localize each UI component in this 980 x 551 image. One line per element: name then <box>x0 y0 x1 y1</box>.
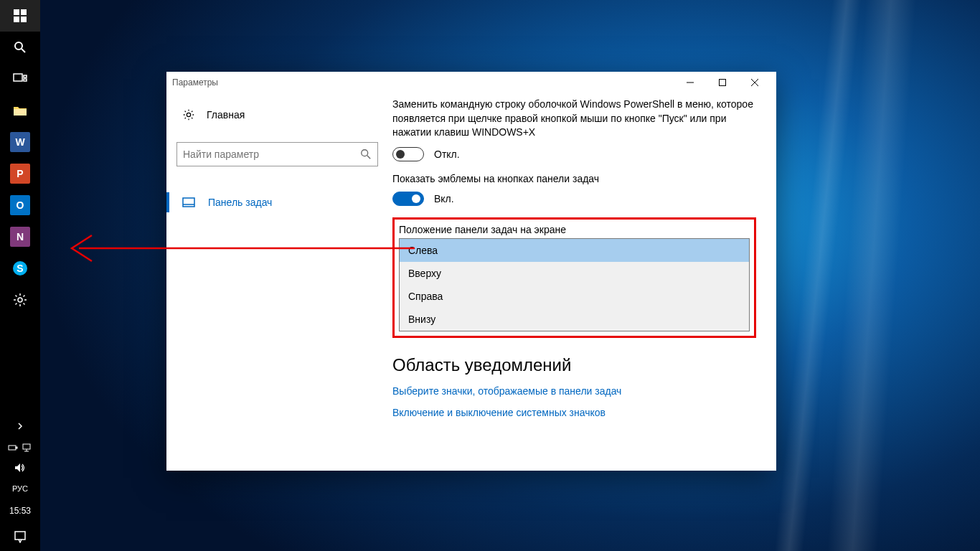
dropdown-option-right[interactable]: Справа <box>400 285 749 308</box>
network-icon <box>22 443 32 452</box>
svg-rect-26 <box>183 198 194 207</box>
light-beam <box>775 0 862 551</box>
skype-button[interactable]: S <box>0 253 40 284</box>
powerpoint-icon: P <box>10 164 30 184</box>
taskbar-position-dropdown[interactable]: Слева Вверху Справа Внизу <box>399 238 750 331</box>
svg-rect-7 <box>24 75 27 77</box>
tray-volume[interactable] <box>0 458 40 478</box>
battery-icon <box>8 444 18 451</box>
svg-line-25 <box>367 156 370 159</box>
svg-rect-8 <box>24 79 27 81</box>
svg-point-23 <box>187 113 190 116</box>
outlook-icon: O <box>10 195 30 215</box>
light-beam <box>827 0 916 551</box>
home-link[interactable]: Главная <box>176 100 378 129</box>
svg-rect-15 <box>23 444 30 449</box>
file-explorer-button[interactable] <box>0 95 40 126</box>
gear-icon <box>182 108 195 121</box>
task-view-button[interactable] <box>0 63 40 95</box>
skype-icon: S <box>12 260 28 276</box>
svg-rect-9 <box>14 109 27 116</box>
minimize-button[interactable] <box>674 72 706 93</box>
taskbar-icon <box>182 197 195 207</box>
task-view-icon <box>13 73 27 85</box>
settings-window: Параметры Главная Панель задач <box>166 72 776 471</box>
taskbar: W P O N S РУС 15:53 <box>0 0 40 551</box>
sidebar-item-label: Панель задач <box>208 197 272 208</box>
word-icon: W <box>10 132 30 152</box>
chevron-right-icon <box>17 423 24 430</box>
outlook-button[interactable]: O <box>0 189 40 221</box>
folder-icon <box>13 105 27 116</box>
svg-rect-20 <box>719 80 725 86</box>
home-label: Главная <box>207 109 245 121</box>
svg-point-4 <box>15 42 22 50</box>
powershell-toggle[interactable] <box>392 147 424 161</box>
svg-point-24 <box>362 150 368 156</box>
system-icons-link[interactable]: Включение и выключение системных значков <box>392 407 756 418</box>
annotation-highlight: Положение панели задач на экране Слева В… <box>392 217 756 338</box>
toggle-state-off: Откл. <box>434 149 460 160</box>
svg-line-5 <box>22 49 25 52</box>
search-input[interactable] <box>183 149 360 160</box>
maximize-button[interactable] <box>706 72 738 93</box>
content-area: Заменить командную строку оболочкой Wind… <box>392 93 776 471</box>
close-icon <box>751 79 758 86</box>
search-input-container[interactable] <box>176 142 378 166</box>
minimize-icon <box>687 79 694 86</box>
search-button[interactable] <box>0 32 40 63</box>
dropdown-option-bottom[interactable]: Внизу <box>400 308 749 331</box>
select-icons-link[interactable]: Выберите значки, отображаемые в панели з… <box>392 385 756 397</box>
maximize-icon <box>719 79 726 86</box>
search-icon <box>360 149 372 160</box>
svg-rect-14 <box>16 447 17 448</box>
svg-point-12 <box>18 298 22 302</box>
gear-icon <box>13 293 27 307</box>
svg-rect-18 <box>15 532 25 540</box>
start-button[interactable] <box>0 0 40 32</box>
settings-taskbar-button[interactable] <box>0 284 40 316</box>
dropdown-option-top[interactable]: Вверху <box>400 262 749 285</box>
language-indicator[interactable]: РУС <box>12 478 28 499</box>
powerpoint-button[interactable]: P <box>0 158 40 189</box>
svg-rect-13 <box>9 446 16 450</box>
titlebar[interactable]: Параметры <box>166 72 776 93</box>
close-button[interactable] <box>738 72 771 93</box>
position-label: Положение панели задач на экране <box>399 224 750 235</box>
notification-area-heading: Область уведомлений <box>392 355 756 375</box>
show-hidden-icons-button[interactable] <box>0 415 40 438</box>
sidebar-item-taskbar[interactable]: Панель задач <box>176 188 378 217</box>
dropdown-option-left[interactable]: Слева <box>400 239 749 262</box>
svg-rect-0 <box>14 9 19 15</box>
svg-rect-6 <box>14 74 22 81</box>
svg-rect-2 <box>14 17 19 22</box>
badges-label: Показать эмблемы на кнопках панели задач <box>392 173 756 184</box>
windows-icon <box>14 9 27 22</box>
onenote-icon: N <box>10 227 30 247</box>
volume-icon <box>14 463 26 473</box>
action-center-button[interactable] <box>0 522 40 551</box>
svg-rect-1 <box>21 9 27 15</box>
powershell-description: Заменить командную строку оболочкой Wind… <box>392 98 756 140</box>
search-icon <box>14 41 27 54</box>
svg-rect-3 <box>21 17 27 22</box>
clock[interactable]: 15:53 <box>9 499 31 522</box>
word-button[interactable]: W <box>0 126 40 158</box>
tray-power-network[interactable] <box>0 438 40 458</box>
action-center-icon <box>14 530 27 543</box>
badges-toggle[interactable] <box>392 192 424 206</box>
toggle-state-on: Вкл. <box>434 193 454 204</box>
window-title: Параметры <box>172 77 218 88</box>
onenote-button[interactable]: N <box>0 221 40 253</box>
sidebar: Главная Панель задач <box>166 93 392 471</box>
svg-text:S: S <box>17 263 23 274</box>
